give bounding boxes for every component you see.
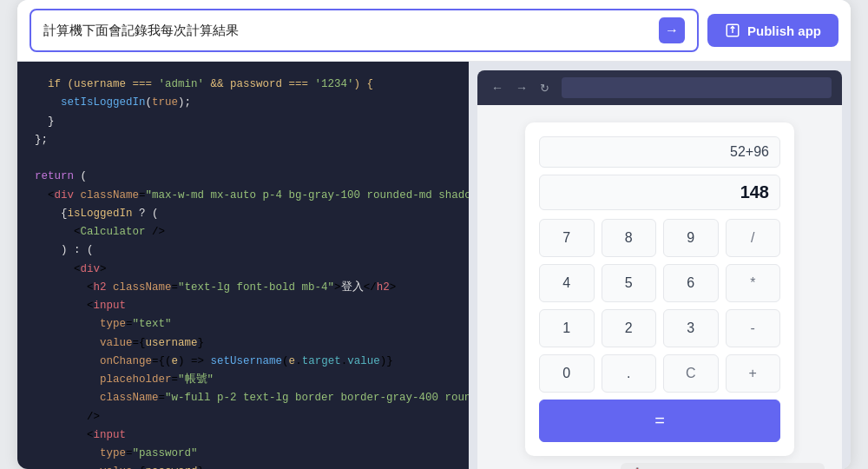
- calc-btn-9[interactable]: 9: [663, 219, 719, 257]
- back-button[interactable]: ←: [488, 79, 507, 96]
- calc-buttons: 7 8 9 / 4 5 6 * 1 2 3 - 0 . C: [539, 219, 780, 442]
- code-line: [35, 149, 451, 168]
- calc-btn-3[interactable]: 3: [663, 309, 719, 347]
- top-bar: → Publish app: [17, 0, 851, 62]
- browser-chrome: ← → ↻: [477, 70, 842, 105]
- search-submit-button[interactable]: →: [659, 17, 685, 43]
- code-line: <input: [35, 426, 451, 445]
- watermark: 🤖 電腦王阿達 http://www.kocpc.com.tw: [495, 463, 825, 469]
- browser-nav: ← → ↻: [488, 79, 553, 96]
- publish-icon: [725, 23, 740, 38]
- code-line: <div>: [35, 261, 451, 279]
- calc-btn-4[interactable]: 4: [539, 264, 595, 302]
- code-line: };: [35, 131, 451, 149]
- code-line: <input: [35, 297, 451, 315]
- calc-btn-plus[interactable]: +: [726, 354, 781, 393]
- calc-btn-5[interactable]: 5: [602, 264, 657, 302]
- code-line: type="text": [35, 315, 451, 334]
- code-line: if (username === 'admin' && password ===…: [35, 76, 451, 94]
- search-wrapper: →: [30, 9, 699, 52]
- browser-content: 52+96 148 7 8 9 / 4 5 6 * 1 2 3 -: [477, 105, 842, 469]
- code-line: return (: [35, 168, 451, 186]
- calc-btn-7[interactable]: 7: [539, 219, 595, 257]
- calc-btn-minus[interactable]: -: [726, 309, 781, 347]
- code-line: className="w-full p-2 text-lg border bor…: [35, 389, 451, 407]
- code-line: value={username}: [35, 334, 451, 353]
- app-container: → Publish app if (username === 'admin' &…: [17, 0, 851, 469]
- calc-btn-8[interactable]: 8: [602, 219, 657, 257]
- code-line: setIsLoggedIn(true);: [35, 94, 451, 112]
- calc-btn-divide[interactable]: /: [726, 219, 781, 257]
- calculator: 52+96 148 7 8 9 / 4 5 6 * 1 2 3 -: [525, 122, 794, 456]
- search-input[interactable]: [43, 23, 659, 38]
- code-line: <Calculator />: [35, 223, 451, 241]
- calc-btn-0[interactable]: 0: [539, 354, 595, 393]
- calc-btn-multiply[interactable]: *: [726, 264, 781, 302]
- calc-btn-6[interactable]: 6: [663, 264, 719, 302]
- calc-btn-1[interactable]: 1: [539, 309, 595, 347]
- code-editor: if (username === 'admin' && password ===…: [17, 62, 469, 469]
- code-line: ) : (: [35, 241, 451, 260]
- code-line: <h2 className="text-lg font-bold mb-4">登…: [35, 279, 451, 297]
- calc-btn-2[interactable]: 2: [602, 309, 657, 347]
- url-bar[interactable]: [562, 77, 832, 98]
- calc-btn-clear[interactable]: C: [663, 354, 719, 393]
- calc-result-display: 148: [539, 175, 780, 210]
- calc-input-display: 52+96: [539, 136, 780, 168]
- publish-label: Publish app: [747, 23, 821, 38]
- calc-btn-dot[interactable]: .: [602, 354, 657, 393]
- code-line: value={password}: [35, 463, 451, 469]
- forward-button[interactable]: →: [512, 79, 531, 96]
- code-line: <div className="max-w-md mx-auto p-4 bg-…: [35, 187, 451, 205]
- calc-btn-equals[interactable]: =: [539, 400, 780, 442]
- code-line: onChange={(e) => setUsername(e.target.va…: [35, 353, 451, 371]
- code-line: placeholder="帳號": [35, 371, 451, 389]
- preview-panel: ← → ↻ 52+96 148 7 8 9 / 4 5: [469, 62, 851, 469]
- code-line: }: [35, 113, 451, 131]
- main-content: if (username === 'admin' && password ===…: [17, 62, 851, 469]
- code-line: type="password": [35, 445, 451, 463]
- publish-app-button[interactable]: Publish app: [707, 14, 838, 47]
- refresh-button[interactable]: ↻: [536, 80, 553, 96]
- code-line: {isLoggedIn ? (: [35, 205, 451, 223]
- code-line: />: [35, 408, 451, 426]
